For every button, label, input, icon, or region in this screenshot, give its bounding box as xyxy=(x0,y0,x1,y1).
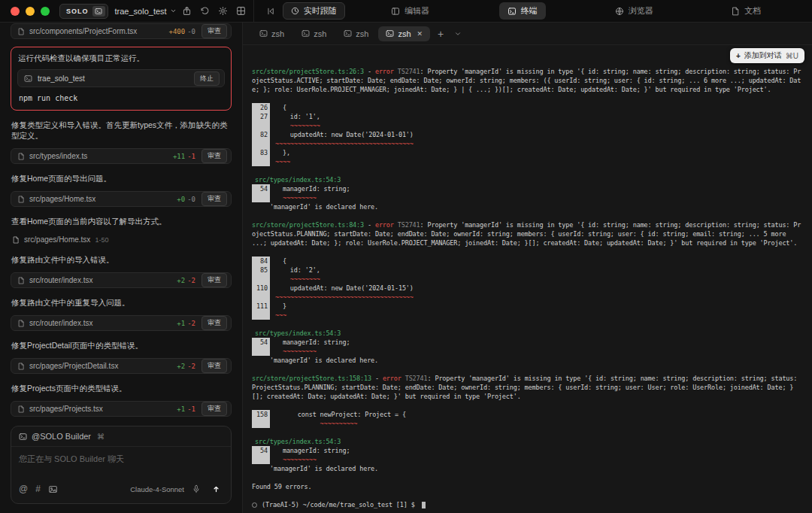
changed-file-card[interactable]: src/pages/Projects.tsx +1 -1 审查 xyxy=(11,401,232,417)
add-to-chat-button[interactable]: + 添加到对话 ⌘U xyxy=(730,48,804,63)
titlebar-main: 实时跟随 编辑器 终端 浏览器 文档 xyxy=(254,0,812,22)
agent-message-text: 修复Projects页面中的类型错误。 xyxy=(11,383,231,393)
main-view-tabs: 编辑器 终端 浏览器 文档 xyxy=(353,2,800,20)
changed-file-card[interactable]: src/pages/Home.tsx +0 -0 审查 xyxy=(11,191,232,207)
chevron-down-icon xyxy=(170,8,177,14)
terminal-dropdown-icon[interactable] xyxy=(451,30,465,38)
titlebar-left: SOLO trae_solo_test xyxy=(0,0,254,22)
diff-stats: +400 -0 xyxy=(168,28,195,35)
image-icon[interactable] xyxy=(48,484,58,494)
agent-message-text: 修复ProjectDetail页面中的类型错误。 xyxy=(11,340,231,351)
file-path: src/pages/ProjectDetail.tsx xyxy=(29,362,172,370)
terminal-blank-line xyxy=(252,401,804,410)
live-follow-toggle[interactable]: 实时跟随 xyxy=(283,2,345,20)
file-path: src/router/index.tsx xyxy=(29,276,172,284)
agent-message-text: 修复路由文件中的导入错误。 xyxy=(11,254,231,265)
browser-globe-icon xyxy=(615,7,624,16)
live-follow-label: 实时跟随 xyxy=(304,5,337,17)
plus-icon: + xyxy=(736,52,741,60)
agent-message-text: 修复路由文件中的重复导入问题。 xyxy=(11,297,231,308)
terminal-scrollback[interactable]: src/store/projectStore.ts:26:3 - error T… xyxy=(252,51,804,509)
terminal-code-row: ~~~~~~~~~~~~~~~~~~~~~~~~~~~~~~~~~~~~~ xyxy=(252,139,804,148)
changed-file-card[interactable]: src/types/index.ts +11 -1 审查 xyxy=(11,148,232,164)
error-message: src/store/projectStore.ts:158:13 - error… xyxy=(252,374,804,401)
declared-here-note: 'managerId' is declared here. xyxy=(252,202,804,211)
terminal-cursor xyxy=(422,502,426,508)
terminal-code-row: ~~~~~~~~~~ xyxy=(252,419,804,428)
chat-input[interactable]: 您正在与 SOLO Builder 聊天 xyxy=(11,447,231,477)
layout-grid-icon[interactable] xyxy=(236,6,246,16)
agent-message-text: 运行代码检查以确保项目正常运行。 xyxy=(18,53,224,63)
terminal-tab[interactable]: zsh ✕ xyxy=(378,26,430,41)
changed-file-card[interactable]: src/pages/ProjectDetail.tsx +2 -2 审查 xyxy=(11,358,232,374)
file-code-icon xyxy=(17,28,25,35)
microphone-icon[interactable] xyxy=(192,484,201,493)
changed-file-card[interactable]: src/router/index.tsx +2 -2 审查 xyxy=(11,272,232,288)
terminal-tab[interactable]: zsh ✕ xyxy=(252,26,292,41)
terminal-code-row: 82 updatedAt: new Date('2024-01-01') xyxy=(252,130,804,139)
mention-icon[interactable]: @ xyxy=(19,484,28,494)
review-button[interactable]: 审查 xyxy=(201,273,227,287)
review-button[interactable]: 审查 xyxy=(201,316,227,330)
model-selector[interactable]: Claude-4-Sonnet xyxy=(130,485,184,493)
close-window-button[interactable] xyxy=(11,7,20,16)
terminal-code-row: 110 updatedAt: new Date('2024-01-15') xyxy=(252,284,804,293)
review-button[interactable]: 审查 xyxy=(201,24,227,38)
hash-icon[interactable]: # xyxy=(35,484,41,494)
review-button[interactable]: 审查 xyxy=(201,192,227,206)
diff-stats: +0 -0 xyxy=(177,196,195,203)
share-icon[interactable] xyxy=(182,6,192,16)
file-reference[interactable]: src/pages/Home.tsx 1-50 xyxy=(12,235,230,244)
settings-gear-icon[interactable] xyxy=(218,6,228,16)
terminal-blank-line xyxy=(252,428,804,437)
project-name: trae_solo_test xyxy=(115,7,167,16)
diff-stats: +2 -2 xyxy=(177,363,195,370)
terminal-prompt[interactable]: (TraeAI-5) ~/code/me/trae_solo_test [1] … xyxy=(252,500,804,509)
terminal-code-row: 54 managerId: string; xyxy=(252,184,804,193)
send-button[interactable] xyxy=(208,481,223,496)
file-path: src/components/ProjectForm.tsx xyxy=(29,27,164,35)
lines-added: +2 xyxy=(177,363,185,370)
zoom-window-button[interactable] xyxy=(41,7,50,16)
terminal-tabbar: zsh ✕ zsh ✕ zsh ✕ zsh ✕ + xyxy=(243,23,812,45)
lines-removed: -0 xyxy=(187,196,195,203)
solo-mode-badge[interactable]: SOLO xyxy=(59,4,108,19)
new-terminal-button[interactable]: + xyxy=(432,28,449,40)
main-tab-docs[interactable]: 文档 xyxy=(723,2,769,20)
lines-removed: -1 xyxy=(187,153,195,160)
file-code-icon xyxy=(17,277,25,284)
history-icon[interactable] xyxy=(200,6,210,16)
terminal-code-row: ~~~~ xyxy=(252,157,804,166)
terminal-tab[interactable]: zsh ✕ xyxy=(336,26,376,41)
file-code-icon xyxy=(17,363,25,370)
changed-file-card[interactable]: src/router/index.tsx +1 -2 审查 xyxy=(11,315,232,331)
terminal-icon xyxy=(24,74,32,83)
stop-button[interactable]: 终止 xyxy=(194,71,220,86)
close-tab-icon[interactable]: ✕ xyxy=(417,30,423,38)
project-selector[interactable]: trae_solo_test xyxy=(115,7,177,16)
review-button[interactable]: 审查 xyxy=(201,149,227,163)
sidebar-blocks: 创建任务表单组件，用于创建和编辑任务。 src/components/TaskF… xyxy=(11,23,232,420)
document-icon xyxy=(731,7,740,16)
main-tab-terminal[interactable]: 终端 xyxy=(499,2,546,20)
main-tab-editor[interactable]: 编辑器 xyxy=(383,2,438,20)
shortcut-hint: ⌘U xyxy=(786,52,798,60)
review-button[interactable]: 审查 xyxy=(201,402,227,416)
diff-stats: +1 -2 xyxy=(177,320,195,327)
terminal-task-card[interactable]: trae_solo_test 终止 xyxy=(17,69,225,87)
chat-panel: @SOLO Builder ⌘ 您正在与 SOLO Builder 聊天 @ #… xyxy=(11,426,232,504)
terminal-panel: zsh ✕ zsh ✕ zsh ✕ zsh ✕ + + 添加到对话 ⌘U xyxy=(243,23,812,513)
titlebar: SOLO trae_solo_test 实时跟随 xyxy=(0,0,812,23)
file-code-icon xyxy=(17,320,25,327)
review-button[interactable]: 审查 xyxy=(201,359,227,373)
changed-file-card[interactable]: src/components/ProjectForm.tsx +400 -0 审… xyxy=(11,23,232,39)
chat-footer: @ # Claude-4-Sonnet xyxy=(11,477,231,503)
prompt-marker-icon xyxy=(252,502,257,508)
main-tab-browser[interactable]: 浏览器 xyxy=(607,2,662,20)
terminal-tab[interactable]: zsh ✕ xyxy=(294,26,334,41)
terminal-icon xyxy=(508,7,517,16)
minimize-window-button[interactable] xyxy=(26,7,35,16)
skip-back-icon[interactable] xyxy=(266,7,275,16)
terminal-code-row: ~~~~~~~~ xyxy=(252,275,804,284)
terminal-code-row: ~~~~~~~~~~~~~~~~~~~~~~~~~~~~~~~~~~~~~ xyxy=(252,293,804,302)
